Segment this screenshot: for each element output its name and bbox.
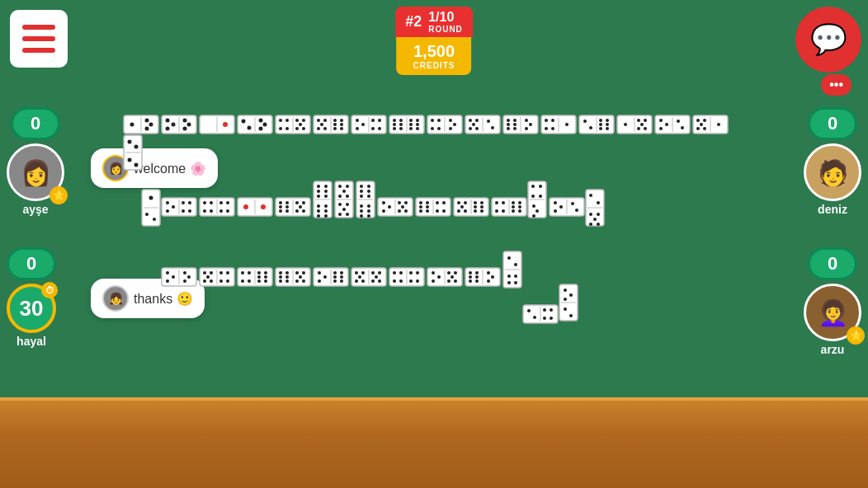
svg-point-201 [338, 195, 342, 198]
menu-button[interactable] [10, 10, 68, 68]
svg-point-263 [512, 201, 515, 204]
svg-point-335 [285, 275, 289, 279]
svg-point-419 [569, 314, 573, 317]
svg-point-113 [599, 123, 602, 126]
svg-point-256 [480, 209, 484, 213]
svg-point-281 [559, 205, 563, 209]
svg-point-391 [475, 275, 479, 279]
svg-point-264 [518, 201, 521, 204]
svg-point-200 [342, 190, 346, 193]
svg-point-328 [257, 279, 261, 283]
svg-point-311 [206, 275, 210, 279]
svg-point-371 [399, 279, 403, 283]
chat-button[interactable]: 💬 [795, 7, 861, 73]
svg-point-27 [285, 119, 289, 122]
svg-point-203 [338, 203, 342, 206]
svg-point-229 [401, 205, 404, 209]
svg-point-400 [514, 263, 517, 266]
svg-point-408 [533, 316, 536, 319]
svg-point-401 [507, 274, 511, 278]
svg-point-394 [487, 271, 490, 274]
svg-point-59 [393, 119, 396, 122]
svg-point-122 [640, 123, 644, 126]
credits-label: CREDITS [413, 61, 455, 70]
svg-point-86 [475, 127, 479, 130]
svg-point-66 [416, 119, 419, 122]
svg-point-78 [453, 123, 456, 126]
svg-point-266 [518, 205, 521, 209]
svg-point-105 [551, 127, 554, 130]
svg-point-412 [550, 317, 553, 320]
svg-point-136 [700, 123, 703, 126]
svg-point-93 [507, 123, 510, 126]
svg-point-404 [514, 281, 517, 284]
svg-point-16 [223, 122, 228, 127]
player-ayse: 0 👩 ⭐ ayşe [7, 107, 64, 216]
chat-dots[interactable]: ••• [821, 74, 851, 96]
svg-point-317 [226, 279, 229, 283]
svg-point-228 [404, 201, 408, 204]
svg-point-194 [317, 214, 320, 218]
svg-point-172 [285, 201, 289, 204]
svg-point-161 [219, 201, 223, 204]
svg-point-5 [145, 127, 149, 131]
svg-point-127 [659, 119, 663, 122]
svg-point-383 [451, 275, 454, 279]
svg-point-68 [416, 123, 419, 126]
svg-point-4 [149, 123, 153, 127]
svg-point-189 [324, 195, 328, 198]
svg-point-350 [333, 275, 337, 279]
svg-point-41 [323, 127, 327, 130]
svg-point-303 [166, 279, 169, 283]
svg-point-250 [464, 209, 467, 213]
svg-point-39 [320, 123, 323, 126]
svg-point-192 [317, 209, 320, 213]
svg-point-360 [361, 279, 365, 283]
svg-point-168 [261, 204, 266, 209]
svg-point-338 [295, 271, 299, 274]
svg-point-31 [302, 119, 305, 122]
svg-point-332 [279, 271, 282, 274]
svg-point-275 [532, 204, 535, 208]
svg-point-134 [696, 119, 700, 122]
svg-point-395 [491, 275, 494, 279]
svg-point-255 [474, 209, 477, 213]
svg-point-145 [134, 163, 139, 167]
svg-point-236 [419, 205, 422, 209]
svg-point-23 [259, 127, 263, 131]
round-badge: #2 1/10 ROUND [395, 7, 473, 37]
round-label: ROUND [428, 25, 463, 34]
svg-point-76 [437, 127, 441, 130]
svg-point-64 [399, 127, 403, 130]
svg-point-213 [367, 190, 370, 193]
svg-point-150 [166, 209, 169, 213]
svg-point-193 [324, 209, 328, 213]
svg-point-185 [324, 185, 328, 188]
svg-point-290 [597, 213, 600, 216]
svg-point-83 [475, 119, 479, 122]
svg-point-304 [183, 271, 186, 274]
svg-point-129 [659, 127, 663, 130]
svg-point-205 [342, 208, 346, 211]
svg-point-306 [183, 279, 186, 283]
svg-point-399 [507, 256, 511, 260]
round-of-container: 1/10 ROUND [428, 10, 463, 34]
svg-point-158 [210, 201, 213, 204]
svg-point-32 [299, 123, 302, 126]
svg-point-124 [644, 127, 647, 130]
svg-point-114 [606, 123, 609, 126]
svg-point-238 [419, 209, 422, 213]
svg-point-288 [597, 201, 600, 204]
svg-point-347 [318, 279, 321, 283]
player-deniz: 0 🧑 deniz [804, 107, 861, 216]
svg-point-142 [128, 140, 132, 144]
svg-point-390 [469, 275, 472, 279]
deniz-name: deniz [818, 203, 847, 216]
svg-point-44 [333, 123, 337, 126]
game-board: #2 1/10 ROUND 1,500 CREDITS 💬 ••• 0 👩 ⭐ … [0, 0, 868, 488]
svg-point-120 [637, 119, 640, 122]
svg-point-171 [279, 201, 282, 204]
svg-point-9 [172, 123, 176, 127]
svg-point-259 [495, 201, 498, 204]
svg-point-247 [464, 201, 467, 204]
